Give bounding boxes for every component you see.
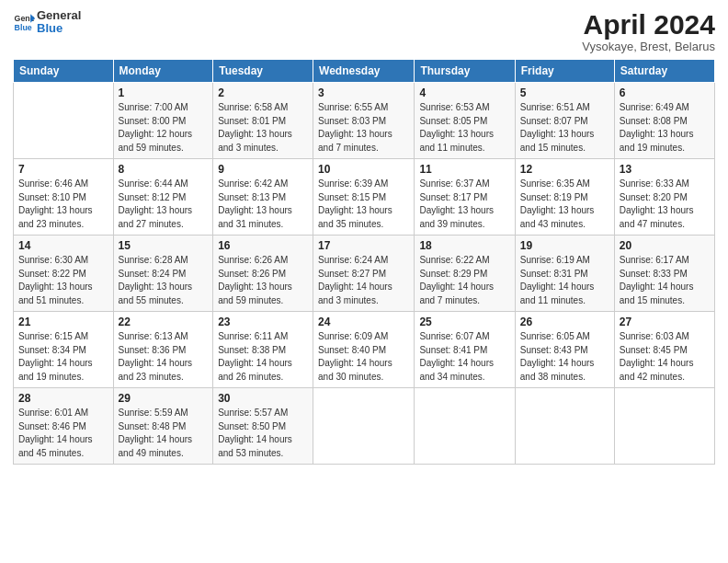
day-number: 20: [620, 239, 710, 252]
day-number: 18: [419, 239, 509, 252]
calendar-cell: [14, 83, 114, 159]
day-number: 24: [318, 316, 409, 328]
day-number: 8: [119, 163, 209, 176]
calendar-week-4: 21Sunrise: 6:15 AMSunset: 8:34 PMDayligh…: [14, 312, 715, 388]
day-info: Sunrise: 6:17 AMSunset: 8:33 PMDaylight:…: [620, 254, 710, 307]
calendar-cell: 28Sunrise: 6:01 AMSunset: 8:46 PMDayligh…: [14, 388, 114, 465]
day-info: Sunrise: 6:13 AMSunset: 8:36 PMDaylight:…: [119, 330, 209, 384]
calendar-cell: 1Sunrise: 7:00 AMSunset: 8:00 PMDaylight…: [113, 83, 213, 159]
calendar-cell: 20Sunrise: 6:17 AMSunset: 8:33 PMDayligh…: [614, 236, 714, 312]
day-info: Sunrise: 6:24 AMSunset: 8:27 PMDaylight:…: [318, 254, 409, 307]
day-info: Sunrise: 6:15 AMSunset: 8:34 PMDaylight:…: [18, 330, 108, 384]
calendar-cell: 26Sunrise: 6:05 AMSunset: 8:43 PMDayligh…: [515, 312, 614, 388]
calendar-table: SundayMondayTuesdayWednesdayThursdayFrid…: [13, 59, 715, 465]
calendar-cell: 18Sunrise: 6:22 AMSunset: 8:29 PMDayligh…: [415, 236, 515, 312]
calendar-cell: [313, 388, 415, 465]
calendar-cell: 5Sunrise: 6:51 AMSunset: 8:07 PMDaylight…: [515, 83, 614, 159]
calendar-body: 1Sunrise: 7:00 AMSunset: 8:00 PMDaylight…: [14, 83, 715, 465]
day-info: Sunrise: 7:00 AMSunset: 8:00 PMDaylight:…: [119, 101, 209, 155]
day-info: Sunrise: 6:30 AMSunset: 8:22 PMDaylight:…: [18, 254, 108, 307]
day-number: 29: [119, 392, 209, 405]
calendar-cell: 27Sunrise: 6:03 AMSunset: 8:45 PMDayligh…: [614, 312, 714, 388]
day-number: 2: [218, 86, 308, 99]
day-info: Sunrise: 6:42 AMSunset: 8:13 PMDaylight:…: [218, 178, 308, 231]
calendar-cell: 12Sunrise: 6:35 AMSunset: 8:19 PMDayligh…: [515, 159, 614, 236]
day-info: Sunrise: 5:57 AMSunset: 8:50 PMDaylight:…: [218, 407, 308, 460]
calendar-cell: 16Sunrise: 6:26 AMSunset: 8:26 PMDayligh…: [213, 236, 313, 312]
header: General Blue General Blue April 2024 Vys…: [13, 9, 715, 53]
day-info: Sunrise: 6:01 AMSunset: 8:46 PMDaylight:…: [18, 407, 108, 460]
weekday-header-wednesday: Wednesday: [313, 60, 415, 83]
day-number: 22: [119, 316, 209, 328]
logo-blue: Blue: [37, 22, 81, 35]
day-number: 3: [318, 86, 409, 99]
day-info: Sunrise: 6:55 AMSunset: 8:03 PMDaylight:…: [318, 101, 409, 155]
day-info: Sunrise: 6:19 AMSunset: 8:31 PMDaylight:…: [520, 254, 609, 307]
calendar-cell: 4Sunrise: 6:53 AMSunset: 8:05 PMDaylight…: [415, 83, 515, 159]
calendar-week-2: 7Sunrise: 6:46 AMSunset: 8:10 PMDaylight…: [14, 159, 715, 236]
day-info: Sunrise: 6:28 AMSunset: 8:24 PMDaylight:…: [119, 254, 209, 307]
calendar-cell: 13Sunrise: 6:33 AMSunset: 8:20 PMDayligh…: [614, 159, 714, 236]
weekday-header-row: SundayMondayTuesdayWednesdayThursdayFrid…: [14, 60, 715, 83]
calendar-cell: 6Sunrise: 6:49 AMSunset: 8:08 PMDaylight…: [614, 83, 714, 159]
calendar-cell: 23Sunrise: 6:11 AMSunset: 8:38 PMDayligh…: [213, 312, 313, 388]
calendar-cell: 11Sunrise: 6:37 AMSunset: 8:17 PMDayligh…: [415, 159, 515, 236]
weekday-header-monday: Monday: [113, 60, 213, 83]
day-info: Sunrise: 6:37 AMSunset: 8:17 PMDaylight:…: [419, 178, 509, 231]
day-number: 30: [218, 392, 308, 405]
day-info: Sunrise: 6:26 AMSunset: 8:26 PMDaylight:…: [218, 254, 308, 307]
calendar-cell: [515, 388, 614, 465]
logo-general: General: [37, 9, 81, 22]
calendar-cell: 30Sunrise: 5:57 AMSunset: 8:50 PMDayligh…: [213, 388, 313, 465]
calendar-week-5: 28Sunrise: 6:01 AMSunset: 8:46 PMDayligh…: [14, 388, 715, 465]
day-number: 25: [419, 316, 509, 328]
weekday-header-sunday: Sunday: [14, 60, 114, 83]
day-info: Sunrise: 6:03 AMSunset: 8:45 PMDaylight:…: [620, 330, 710, 384]
day-number: 15: [119, 239, 209, 252]
day-number: 12: [520, 163, 609, 176]
day-info: Sunrise: 6:46 AMSunset: 8:10 PMDaylight:…: [18, 178, 108, 231]
day-info: Sunrise: 6:58 AMSunset: 8:01 PMDaylight:…: [218, 101, 308, 155]
day-number: 26: [520, 316, 609, 328]
day-number: 17: [318, 239, 409, 252]
weekday-header-tuesday: Tuesday: [213, 60, 313, 83]
calendar-cell: 22Sunrise: 6:13 AMSunset: 8:36 PMDayligh…: [113, 312, 213, 388]
calendar-cell: 8Sunrise: 6:44 AMSunset: 8:12 PMDaylight…: [113, 159, 213, 236]
calendar-cell: 15Sunrise: 6:28 AMSunset: 8:24 PMDayligh…: [113, 236, 213, 312]
title-block: April 2024 Vysokaye, Brest, Belarus: [582, 9, 715, 53]
svg-text:Blue: Blue: [15, 23, 32, 32]
weekday-header-friday: Friday: [515, 60, 614, 83]
calendar-cell: [614, 388, 714, 465]
day-number: 9: [218, 163, 308, 176]
day-number: 6: [620, 86, 710, 99]
day-info: Sunrise: 6:07 AMSunset: 8:41 PMDaylight:…: [419, 330, 509, 384]
calendar-cell: 3Sunrise: 6:55 AMSunset: 8:03 PMDaylight…: [313, 83, 415, 159]
subtitle: Vysokaye, Brest, Belarus: [582, 40, 715, 53]
day-info: Sunrise: 6:39 AMSunset: 8:15 PMDaylight:…: [318, 178, 409, 231]
day-number: 19: [520, 239, 609, 252]
calendar-cell: 25Sunrise: 6:07 AMSunset: 8:41 PMDayligh…: [415, 312, 515, 388]
calendar-cell: [415, 388, 515, 465]
calendar-cell: 17Sunrise: 6:24 AMSunset: 8:27 PMDayligh…: [313, 236, 415, 312]
calendar-header: SundayMondayTuesdayWednesdayThursdayFrid…: [14, 60, 715, 83]
calendar-cell: 7Sunrise: 6:46 AMSunset: 8:10 PMDaylight…: [14, 159, 114, 236]
day-info: Sunrise: 5:59 AMSunset: 8:48 PMDaylight:…: [119, 407, 209, 460]
calendar-cell: 21Sunrise: 6:15 AMSunset: 8:34 PMDayligh…: [14, 312, 114, 388]
day-info: Sunrise: 6:51 AMSunset: 8:07 PMDaylight:…: [520, 101, 609, 155]
day-number: 7: [18, 163, 108, 176]
weekday-header-thursday: Thursday: [415, 60, 515, 83]
day-info: Sunrise: 6:33 AMSunset: 8:20 PMDaylight:…: [620, 178, 710, 231]
calendar-cell: 29Sunrise: 5:59 AMSunset: 8:48 PMDayligh…: [113, 388, 213, 465]
calendar-cell: 2Sunrise: 6:58 AMSunset: 8:01 PMDaylight…: [213, 83, 313, 159]
day-info: Sunrise: 6:35 AMSunset: 8:19 PMDaylight:…: [520, 178, 609, 231]
logo-icon: General Blue: [13, 11, 35, 33]
calendar-page: General Blue General Blue April 2024 Vys…: [0, 0, 728, 563]
day-number: 23: [218, 316, 308, 328]
calendar-cell: 10Sunrise: 6:39 AMSunset: 8:15 PMDayligh…: [313, 159, 415, 236]
day-number: 11: [419, 163, 509, 176]
day-info: Sunrise: 6:09 AMSunset: 8:40 PMDaylight:…: [318, 330, 409, 384]
logo: General Blue General Blue: [13, 9, 81, 36]
calendar-cell: 14Sunrise: 6:30 AMSunset: 8:22 PMDayligh…: [14, 236, 114, 312]
day-number: 13: [620, 163, 710, 176]
calendar-cell: 9Sunrise: 6:42 AMSunset: 8:13 PMDaylight…: [213, 159, 313, 236]
